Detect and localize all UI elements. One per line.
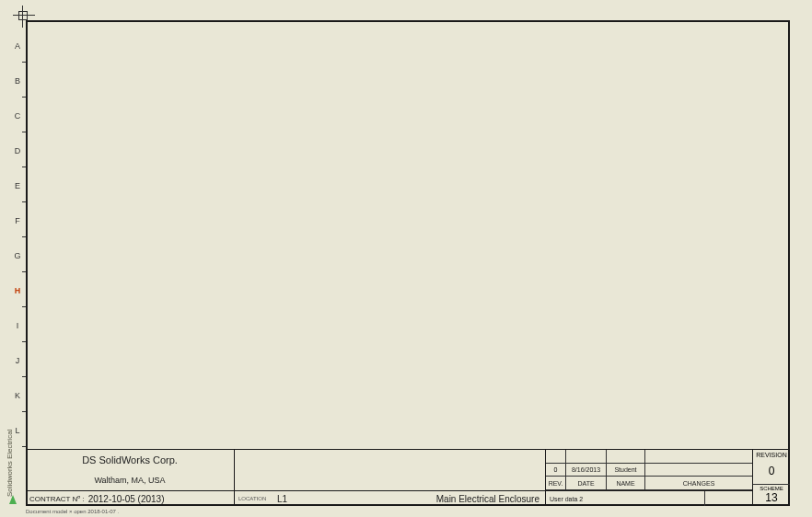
contract-value: 2012-10-05 (2013) (88, 494, 165, 504)
grid-dots (53, 53, 786, 449)
rev-cell (546, 450, 566, 464)
row-zone-label: D (13, 146, 22, 155)
row-zone-label: H (13, 286, 22, 295)
title-block: DS SolidWorks Corp. Waltham, MA, USA CON… (26, 449, 790, 506)
row-zone-label: K (13, 391, 22, 400)
row-zone-label: J (13, 356, 22, 365)
rev-cell: 8/16/2013 (566, 464, 607, 477)
rev-cell (645, 464, 752, 477)
titleblock-revision-table: 0 8/16/2013 Student REV. DATE NAME CHANG… (546, 450, 753, 506)
titleblock-middle-cell: LOCATION L1 Main Electrical Enclosure (235, 450, 546, 506)
rev-header: DATE (566, 477, 607, 490)
rev-cell (645, 450, 752, 464)
rev-cell: Student (607, 464, 645, 477)
row-zone-label: C (13, 111, 22, 121)
rev-header: NAME (607, 477, 645, 490)
revision-value: 0 (753, 458, 790, 485)
titleblock-right-cell: REVISION 0 SCHEME 13 (753, 450, 790, 506)
user-data-field: User data 2 (546, 490, 752, 506)
scheme-number: 13 (753, 491, 790, 506)
row-zone-label: B (13, 76, 22, 86)
row-zone-label: A (13, 41, 22, 51)
collapse-arrow-icon[interactable] (9, 495, 17, 504)
revision-label: REVISION (753, 450, 790, 458)
app-sidebar-label: Solidworks Electrical (6, 313, 15, 497)
row-zone-label: L (13, 426, 22, 435)
drawing-title: Main Electrical Enclosure (436, 494, 539, 504)
company-name: DS SolidWorks Corp. (26, 450, 234, 470)
rev-cell (607, 450, 645, 464)
row-zone-label: E (13, 181, 22, 190)
rev-cell (566, 450, 607, 464)
origin-marker-icon (13, 6, 31, 24)
rev-header: CHANGES (645, 477, 752, 490)
titleblock-company-cell: DS SolidWorks Corp. Waltham, MA, USA CON… (26, 450, 235, 506)
row-zone-label: F (13, 216, 22, 225)
location-label: LOCATION (235, 496, 277, 501)
contract-label: CONTRACT Nº : (29, 495, 85, 503)
row-zone-label: I (13, 321, 22, 330)
row-zone-label: G (13, 251, 22, 260)
scheme-label: SCHEME (753, 485, 790, 491)
drawing-canvas[interactable]: Solidworks Electrical ABCDEFGHIJKL DS So… (0, 0, 812, 517)
company-address: Waltham, MA, USA (26, 470, 234, 491)
rev-header: REV. (546, 477, 566, 490)
location-value: L1 (277, 494, 287, 504)
contract-field: CONTRACT Nº : 2012-10-05 (2013) (26, 491, 234, 506)
rev-cell: 0 (546, 464, 566, 477)
footer-tiny-text: Document model × open 2018-01-07 . (26, 509, 119, 514)
